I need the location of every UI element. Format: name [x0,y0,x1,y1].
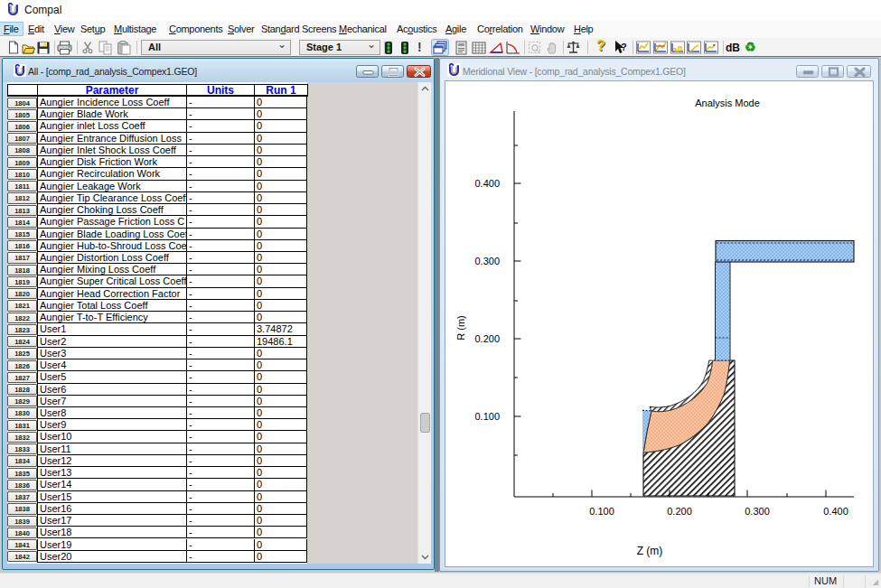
svg-text:0.200: 0.200 [667,506,692,517]
svg-text:Analysis Mode: Analysis Mode [695,98,760,108]
svg-text:0.300: 0.300 [474,256,500,266]
svg-text:R (m): R (m) [455,315,466,341]
svg-text:0.100: 0.100 [474,411,500,422]
svg-text:0.300: 0.300 [745,506,770,517]
svg-text:0.200: 0.200 [474,333,500,344]
svg-text:0.400: 0.400 [823,506,848,517]
svg-text:0.100: 0.100 [589,506,614,517]
svg-text:Z (m): Z (m) [637,545,663,557]
svg-text:?: ? [621,42,627,52]
svg-text:0.400: 0.400 [474,178,500,189]
